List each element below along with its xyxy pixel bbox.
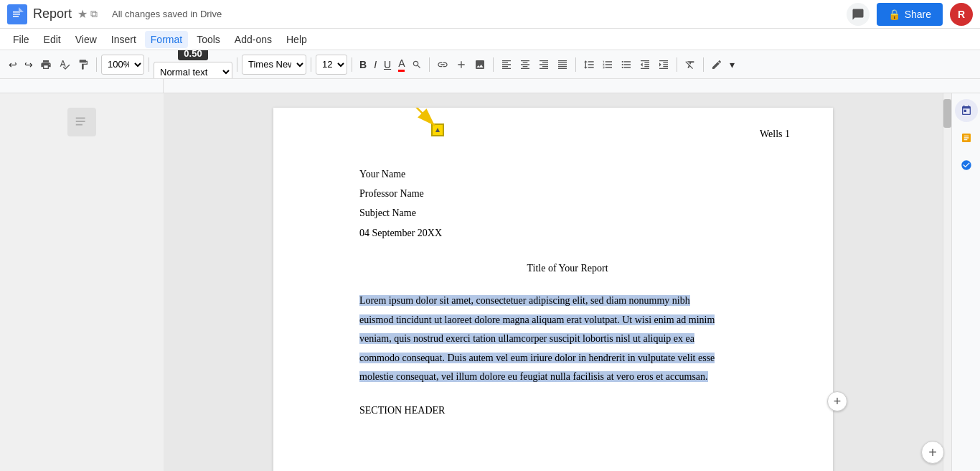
- print-button[interactable]: [37, 55, 55, 75]
- menu-addons[interactable]: Add-ons: [229, 31, 278, 48]
- check-button[interactable]: [955, 154, 978, 177]
- subject-name: Subject Name: [359, 204, 776, 222]
- top-bar-actions: 🔒 Share R: [847, 3, 973, 26]
- size-select[interactable]: 12 10 14: [316, 55, 347, 75]
- separator-8: [575, 57, 576, 72]
- insert-plus-button[interactable]: [453, 55, 470, 75]
- bottom-add-button[interactable]: +: [921, 441, 943, 464]
- separator-7: [493, 57, 494, 72]
- separator-4: [311, 57, 311, 72]
- indent-less-button[interactable]: [636, 55, 654, 75]
- scrollbar-thumb[interactable]: [943, 99, 951, 128]
- align-left-button[interactable]: [498, 55, 515, 75]
- svg-rect-3: [13, 16, 19, 17]
- separator-6: [429, 57, 430, 72]
- italic-button[interactable]: I: [371, 55, 380, 75]
- clear-formatting-button[interactable]: [682, 55, 699, 75]
- scrollbar[interactable]: [943, 93, 951, 471]
- style-select[interactable]: Normal text Heading 1 Heading 2: [154, 62, 232, 79]
- bold-button[interactable]: B: [357, 55, 369, 75]
- svg-rect-2: [13, 14, 20, 15]
- align-justify-button[interactable]: [554, 55, 571, 75]
- menu-bar: File Edit View Insert Format Tools Add-o…: [0, 29, 980, 50]
- selected-paragraph: Lorem ipsum dolor sit amet, consectetuer…: [359, 295, 690, 306]
- outline-icon[interactable]: [67, 108, 96, 136]
- separator-10: [703, 57, 704, 72]
- share-button[interactable]: 🔒 Share: [877, 3, 943, 26]
- top-bar: Report ★ ⧉ All changes saved in Drive 🔒 …: [0, 0, 980, 29]
- indent-more-button[interactable]: [655, 55, 672, 75]
- menu-view[interactable]: View: [70, 31, 103, 48]
- app-icon: [7, 4, 27, 24]
- section-header: SECTION HEADER: [359, 401, 776, 419]
- separator-9: [677, 57, 677, 72]
- document-page: Wells 1: [273, 108, 833, 471]
- avatar[interactable]: R: [950, 3, 973, 26]
- menu-edit[interactable]: Edit: [38, 31, 67, 48]
- doc-body: Your Name Professor Name Subject Name 04…: [359, 165, 776, 419]
- paint-format-button[interactable]: [75, 55, 92, 75]
- separator-3: [237, 57, 237, 72]
- svg-rect-29: [76, 121, 85, 122]
- add-block-button[interactable]: +: [827, 391, 847, 411]
- toolbar: ↩ ↪ 100% 75% 150% 0.50 Normal text Headi…: [0, 50, 980, 79]
- separator-1: [96, 57, 97, 72]
- comment-button[interactable]: [847, 3, 870, 26]
- numbered-list-button[interactable]: [599, 55, 616, 75]
- zoom-select[interactable]: 100% 75% 150%: [101, 55, 144, 75]
- redo-button[interactable]: ↪: [22, 55, 36, 75]
- indent-tooltip: 0.50: [178, 50, 207, 60]
- menu-file[interactable]: File: [7, 31, 35, 48]
- svg-rect-30: [76, 124, 83, 126]
- calendar-button[interactable]: [955, 99, 978, 122]
- separator-5: [352, 57, 352, 72]
- menu-tools[interactable]: Tools: [191, 31, 226, 48]
- text-color-button[interactable]: A: [395, 55, 407, 75]
- share-label: Share: [905, 9, 931, 20]
- ruler: 1 2 3 4 5 6 7: [0, 79, 980, 93]
- svg-marker-33: [435, 128, 440, 132]
- pen-button[interactable]: [708, 55, 725, 75]
- underline-button[interactable]: U: [381, 55, 394, 75]
- separator-2: [149, 57, 149, 72]
- page-tab-stop-marker[interactable]: [431, 123, 444, 136]
- right-sidebar: [951, 93, 980, 471]
- menu-insert[interactable]: Insert: [105, 31, 142, 48]
- star-icon[interactable]: ★: [77, 7, 88, 21]
- align-right-button[interactable]: [535, 55, 552, 75]
- body-paragraph[interactable]: Lorem ipsum dolor sit amet, consectetuer…: [359, 292, 776, 387]
- selected-paragraph-2: euismod tincidunt ut laoreet dolore magn…: [359, 314, 715, 325]
- highlight-button[interactable]: [409, 55, 425, 75]
- selected-paragraph-5: molestie consequat, vel illum dolore eu …: [359, 371, 708, 382]
- selected-paragraph-4: commodo consequat. Duis autem vel eum ir…: [359, 353, 715, 363]
- date-line: 04 September 20XX: [359, 224, 776, 242]
- page-header: Wells 1: [760, 125, 790, 143]
- doc-title-text: Title of Your Report: [359, 259, 776, 277]
- save-status: All changes saved in Drive: [112, 9, 222, 19]
- font-select[interactable]: Times New... Arial: [242, 55, 306, 75]
- left-panel: [0, 93, 164, 471]
- svg-rect-28: [76, 118, 85, 119]
- note-button[interactable]: [955, 126, 978, 149]
- doc-title: Report: [33, 6, 72, 22]
- line-spacing-button[interactable]: [580, 55, 598, 75]
- scroll-area[interactable]: Wells 1: [164, 93, 943, 471]
- insert-image-button[interactable]: [471, 55, 489, 75]
- drive-icon[interactable]: ⧉: [90, 8, 98, 20]
- undo-button[interactable]: ↩: [6, 55, 20, 75]
- professor-name: Professor Name: [359, 185, 776, 202]
- link-button[interactable]: [434, 55, 451, 75]
- bulleted-list-button[interactable]: [618, 55, 635, 75]
- svg-line-32: [385, 108, 435, 126]
- menu-help[interactable]: Help: [281, 31, 313, 48]
- align-center-button[interactable]: [517, 55, 534, 75]
- share-lock-icon: 🔒: [888, 9, 900, 20]
- expand-button[interactable]: ▾: [727, 55, 738, 75]
- spellcheck-button[interactable]: [56, 55, 73, 75]
- author-name: Your Name: [359, 165, 776, 183]
- selected-paragraph-3: veniam, quis nostrud exerci tation ullam…: [359, 333, 694, 344]
- menu-format[interactable]: Format: [145, 31, 188, 48]
